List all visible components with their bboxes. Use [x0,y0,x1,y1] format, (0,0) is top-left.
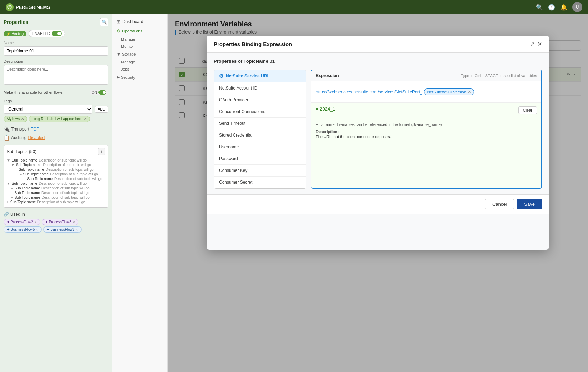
app-logo: PEREGRINEMS [6,3,50,11]
prop-label: Concurrent Connections [219,109,265,114]
nav-item-dashboard[interactable]: ⊞ Dashboard [112,17,167,26]
grid-icon: ⊞ [117,19,120,24]
remove-chip-processflow2[interactable]: ✕ [34,220,37,224]
binding-badge[interactable]: ⚡ Binding [4,31,26,36]
expression-tag: NetSuiteWSDLVersion ✕ [424,88,474,95]
subtopics-label: Sub Topics (50) [7,149,36,154]
prop-item-concurrent[interactable]: Concurrent Connections [214,106,306,118]
operations-icon: ⚙ [117,29,121,34]
enabled-toggle[interactable] [52,31,62,36]
chip-icon: ✦ [7,228,10,231]
clear-button[interactable]: Clear [518,106,537,114]
tree-item: ▼Sub Topic name Description of sub topic… [11,163,105,167]
modal-close-button[interactable]: ✕ [537,41,542,47]
nav-sub-manage[interactable]: Manage [112,36,167,43]
modal-overlay: Properties Binding Expression ⤢ ✕ Proper… [168,14,588,372]
subtopics-add-button[interactable]: + [98,148,105,155]
chip-icon: ✦ [45,220,48,224]
modal-body: Properties of TopicName 01 ⚙ NetSuite Se… [207,53,549,194]
cursor [476,89,476,95]
name-label: Name [4,41,108,45]
remove-chip-businessflow3[interactable]: ✕ [76,228,78,231]
modal-expand-button[interactable]: ⤢ [530,41,534,47]
properties-search-button[interactable]: 🔍 [100,18,108,26]
modal-footer: Cancel Save [207,194,549,214]
search-icon[interactable]: 🔍 [536,4,543,11]
toggle-indicator [98,90,106,95]
expression-info-area: Environment variables can be referenced … [311,118,541,188]
chevron-down-icon: ▼ [117,52,121,56]
prop-item-account-id[interactable]: NetSuite Account ID [214,82,306,94]
remove-chip-businessflow5[interactable]: ✕ [36,228,39,231]
tags-row: General ADD [4,105,108,114]
prop-item-stored-credential[interactable]: Stored Credential [214,129,306,141]
link-icon: 🔗 [4,212,9,217]
connector-icon: ⚙ [219,73,224,79]
binding-row: ⚡ Binding ENABLED [4,30,108,37]
chip-icon: ✦ [7,220,10,224]
tags-chips: Myflows ✕ Long Tag Label will appear her… [4,116,108,122]
tree-item: –Sub Topic name Description of sub topic… [20,172,105,177]
chip-label: Myflows [7,117,20,121]
used-chip-businessflow5: ✦ BusinessFlow5 ✕ [4,226,42,233]
properties-panel: Properties 🔍 ⚡ Binding ENABLED Name Desc… [0,14,112,372]
used-in-header: 🔗 Used in [4,212,108,217]
prop-label: Consumer Key [219,168,247,173]
save-button[interactable]: Save [517,199,542,209]
nav-sub-jobs[interactable]: Jobs [112,66,167,73]
bell-icon[interactable]: 🔔 [560,4,567,11]
transport-label: Transport [11,127,29,132]
nav-sub-storage-manage[interactable]: Manage [112,58,167,66]
expression-info-text: Environment variables can be referenced … [316,122,537,127]
tree-item: +Sub Topic name Description of sub topic… [7,200,105,204]
expression-panel: Expression Type in Ctrl + SPACE to see l… [311,70,542,189]
chip-label: BusinessFlow5 [11,228,35,231]
modal-header-actions: ⤢ ✕ [530,41,542,47]
description-label: Description [4,59,108,63]
prop-label: Username [219,144,239,149]
tags-select[interactable]: General [4,105,92,114]
clock-icon[interactable]: 🕐 [548,4,555,11]
available-toggle[interactable]: ON [90,90,108,95]
tree-item: –Sub Topic name Description of sub topic… [24,177,105,181]
expression-header: Expression Type in Ctrl + SPACE to see l… [311,70,541,81]
prop-item-consumer-key[interactable]: Consumer Key [214,165,306,177]
main-layout: Properties 🔍 ⚡ Binding ENABLED Name Desc… [0,14,588,372]
remove-chip-processflow3[interactable]: ✕ [72,220,75,224]
prop-item-send-timeout[interactable]: Send Timeout [214,118,306,129]
expression-input-area[interactable]: https://webservices.netsuite.com/service… [311,81,541,103]
main-content: Environment Variables Below is the list … [168,14,588,372]
expression-desc-label: Description: [316,129,537,134]
tags-label: Tags [4,99,108,103]
nav-sub-monitor[interactable]: Monitor [112,43,167,50]
tree-item: –Sub Topic name Description of sub topic… [11,186,105,190]
nav-group-security[interactable]: ▶ Security [112,73,167,82]
prop-item-oauth[interactable]: OAuth Provider [214,94,306,106]
remove-expression-tag[interactable]: ✕ [468,90,471,94]
app-name: PEREGRINEMS [16,5,50,10]
modal-main-row: ⚙ NetSuite Service URL NetSuite Account … [214,70,542,189]
cancel-button[interactable]: Cancel [485,199,514,209]
modal-subtitle: Properties of TopicName 01 [214,58,542,64]
prop-item-username[interactable]: Username [214,141,306,153]
nav-group-storage[interactable]: ▼ Storage [112,50,167,58]
nav-group-operations[interactable]: ⚙ Operati ons [112,26,167,36]
expression-tag-label: NetSuiteWSDLVersion [427,90,466,94]
transport-row: 🔌 Transport TCP [4,126,108,132]
add-tag-button[interactable]: ADD [95,106,108,113]
remove-chip-myflows[interactable]: ✕ [21,117,24,121]
tag-chip-myflows: Myflows ✕ [4,116,27,122]
properties-title-text: Properties [4,19,28,25]
auditing-link[interactable]: Disabled [28,135,45,140]
chip-label: ProcessFlow3 [49,220,71,224]
prop-item-consumer-secret[interactable]: Consumer Secret [214,177,306,188]
description-input[interactable] [4,65,108,85]
prop-item-password[interactable]: Password [214,153,306,165]
chip-label: BusinessFlow3 [50,228,74,231]
user-avatar[interactable]: U [572,2,582,12]
transport-link[interactable]: TCP [31,127,39,132]
remove-chip-longtag[interactable]: ✕ [84,117,87,121]
expression-label: Expression [316,73,339,78]
chevron-right-icon: ▶ [117,75,120,80]
name-input[interactable] [4,46,108,56]
